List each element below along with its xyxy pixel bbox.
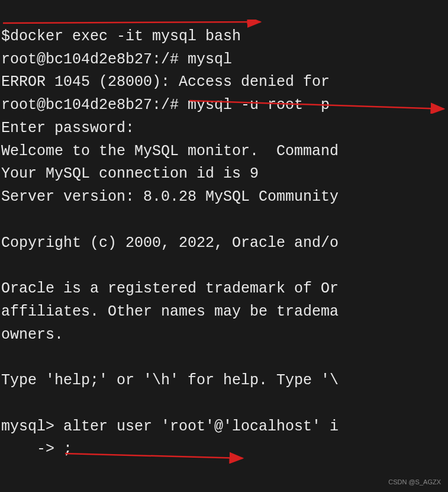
terminal-line-15: Type 'help;' or '\h' for help. Type '\ xyxy=(1,372,339,389)
watermark-text: CSDN @S_AGZX xyxy=(388,477,441,487)
terminal-line-0: $docker exec -it mysql bash xyxy=(1,28,241,45)
terminal-line-4: Enter password: xyxy=(1,120,143,137)
terminal-line-1: root@bc104d2e8b27:/# mysql xyxy=(1,51,232,68)
terminal-output: $docker exec -it mysql bash root@bc104d2… xyxy=(0,0,448,464)
terminal-line-9: Copyright (c) 2000, 2022, Oracle and/o xyxy=(1,234,339,252)
terminal-line-12: affiliates. Other names may be tradema xyxy=(1,303,339,320)
terminal-line-13: owners. xyxy=(1,326,63,343)
terminal-line-5: Welcome to the MySQL monitor. Command xyxy=(1,143,339,160)
terminal-line-7: Server version: 8.0.28 MySQL Community xyxy=(1,188,339,205)
terminal-line-2: ERROR 1045 (28000): Access denied for xyxy=(1,73,339,91)
terminal-line-6: Your MySQL connection id is 9 xyxy=(1,165,259,182)
terminal-line-17: mysql> alter user 'root'@'localhost' i xyxy=(1,418,339,435)
terminal-line-18: -> ; xyxy=(1,440,72,458)
terminal-line-11: Oracle is a registered trademark of Or xyxy=(1,280,339,297)
terminal-line-3: root@bc104d2e8b27:/# mysql -u root -p xyxy=(1,97,339,114)
